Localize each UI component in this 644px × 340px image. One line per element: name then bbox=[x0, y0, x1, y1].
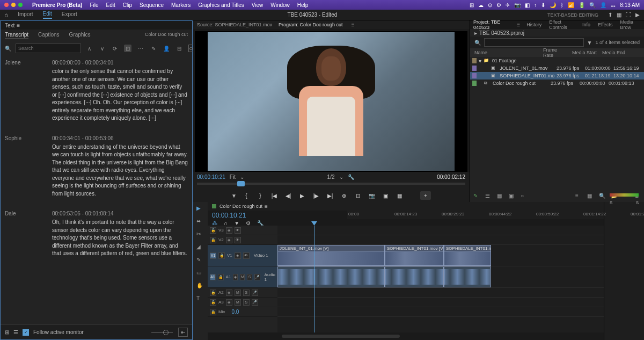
menubar-clock[interactable]: 8:13 AM bbox=[620, 2, 640, 8]
video-clip[interactable]: SOPHIEDALE_INT01.mov [V] bbox=[385, 245, 444, 266]
transcript-text[interactable]: Oh, I think it's important to note that … bbox=[52, 219, 188, 258]
panel-menu-icon[interactable]: ≡ bbox=[265, 204, 268, 209]
project-row[interactable]: ⧉ Color Doc rough cut 23.976 fps 00:00:0… bbox=[470, 79, 644, 87]
selection-tool-icon[interactable]: ▶ bbox=[196, 205, 204, 213]
freeform-view-icon[interactable]: ▣ bbox=[509, 193, 515, 199]
col-mediastart[interactable]: Media Start bbox=[570, 50, 600, 55]
control-center-icon[interactable]: ⚏ bbox=[611, 2, 616, 8]
window-controls[interactable] bbox=[4, 3, 23, 7]
program-scrubber[interactable] bbox=[193, 182, 470, 189]
timeline-ruler[interactable]: 00:00 00:00:14:23 00:00:29:23 00:00:44:2… bbox=[347, 211, 604, 219]
list-icon[interactable]: ☰ bbox=[13, 329, 18, 335]
autoscroll-icon[interactable]: ⇤ bbox=[178, 328, 188, 337]
play-icon[interactable]: ▶ bbox=[298, 191, 306, 200]
type-tool-icon[interactable]: T bbox=[196, 295, 204, 303]
transcript-text[interactable]: Our entire understanding of the universe… bbox=[52, 143, 188, 198]
menu-clip[interactable]: Clip bbox=[121, 2, 134, 8]
filter-icon[interactable]: ⊞ bbox=[5, 329, 9, 335]
comparison-icon[interactable]: ▣ bbox=[382, 191, 390, 200]
wifi-icon[interactable]: 📶 bbox=[568, 2, 574, 8]
ripple-tool-icon[interactable]: ✂ bbox=[196, 231, 204, 238]
audio-clip[interactable] bbox=[385, 266, 444, 287]
pen-tool-icon[interactable]: ▭ bbox=[196, 270, 204, 277]
home-icon[interactable]: ⌂ bbox=[4, 11, 8, 19]
track-header-v3[interactable]: 🔒V3 ◈👁 bbox=[208, 226, 277, 235]
timeline-timecode[interactable]: 00:00:10:21 bbox=[212, 212, 273, 219]
track-header-a2[interactable]: 🔒A2 ◈MS🎤 bbox=[208, 288, 277, 298]
video-frame[interactable] bbox=[195, 31, 467, 172]
menubar-icon[interactable]: ↑ bbox=[534, 2, 537, 8]
step-back-icon[interactable]: ◀| bbox=[284, 191, 292, 200]
add-marker-icon[interactable]: ▼ bbox=[231, 193, 237, 199]
automate-icon[interactable]: ▦ bbox=[587, 193, 594, 199]
audio-clip[interactable] bbox=[444, 266, 491, 287]
battery-icon[interactable]: 🔋 bbox=[579, 2, 585, 8]
search-input[interactable] bbox=[16, 44, 81, 53]
program-tab[interactable]: Program: Color Doc rough cut bbox=[279, 22, 343, 27]
tab-export[interactable]: Export bbox=[62, 11, 77, 18]
merge-icon[interactable]: ⊟ bbox=[175, 45, 183, 52]
bluetooth-icon[interactable]: ᛒ bbox=[560, 2, 564, 8]
project-row[interactable]: ▣ SOPHIEDALE_INT01.mo 23.976 fps 01:21:1… bbox=[470, 72, 644, 79]
panel-menu-icon[interactable]: ≡ bbox=[17, 23, 20, 28]
tab-transcript[interactable]: Transcript bbox=[5, 32, 28, 39]
insert-icon[interactable]: ⊡ bbox=[124, 45, 131, 52]
fit-dropdown[interactable]: Fit bbox=[230, 174, 236, 180]
menu-view[interactable]: View bbox=[250, 2, 266, 8]
track-header-a1[interactable]: A1🔒A1 ◈MS🎤 Audio 1 bbox=[208, 266, 277, 288]
quickexport-icon[interactable]: ▶ bbox=[635, 12, 640, 18]
speaker-icon[interactable]: 👤 bbox=[163, 45, 170, 52]
workspace-name[interactable]: TEXT-BASED EDITING bbox=[547, 12, 598, 18]
pen-icon[interactable]: ✎ bbox=[473, 193, 480, 199]
tab-graphics[interactable]: Graphics bbox=[69, 32, 91, 39]
share-icon[interactable]: ⬆ bbox=[608, 12, 612, 18]
step-fwd-icon[interactable]: |▶ bbox=[312, 191, 320, 200]
settings-icon[interactable]: ▦ bbox=[396, 191, 404, 200]
export-frame-icon[interactable]: 📷 bbox=[368, 191, 376, 200]
program-timecode-in[interactable]: 00:00:10:21 bbox=[197, 174, 225, 180]
menu-file[interactable]: File bbox=[87, 2, 100, 8]
transcript-block[interactable]: Jolene 00:00:00:00 - 00:00:34:01 color i… bbox=[5, 60, 188, 122]
list-view-icon[interactable]: ☰ bbox=[485, 193, 492, 199]
maximize-icon[interactable]: ⛶ bbox=[626, 12, 631, 18]
follow-monitor-checkbox[interactable]: ✓ bbox=[23, 329, 29, 336]
panel-menu-icon[interactable]: ≡ bbox=[352, 22, 355, 28]
menubar-icon[interactable]: ⊞ bbox=[470, 2, 474, 8]
timeline-content[interactable]: JOLENE_INT_01.mov [V] SOPHIEDALE_INT01.m… bbox=[277, 226, 604, 332]
wrench-icon[interactable]: 🔧 bbox=[348, 174, 354, 180]
project-tab-effectcontrols[interactable]: Effect Controls bbox=[548, 19, 576, 30]
icon-view-icon[interactable]: ▦ bbox=[497, 193, 503, 199]
transcript-body[interactable]: Jolene 00:00:00:00 - 00:00:34:01 color i… bbox=[1, 55, 192, 324]
col-name[interactable]: Name bbox=[472, 50, 541, 55]
workspace-icon[interactable]: ▦ bbox=[617, 12, 621, 18]
track-header-v2[interactable]: 🔒V2 ◈👁 bbox=[208, 235, 277, 245]
go-out-icon[interactable]: ▶| bbox=[326, 191, 334, 200]
overwrite-icon[interactable]: ⊡ bbox=[354, 191, 362, 200]
col-mediaend[interactable]: Media End bbox=[600, 50, 630, 55]
menubar-icon[interactable]: ⬇ bbox=[541, 2, 545, 8]
zoom-slider-icon[interactable]: ○ bbox=[521, 193, 527, 199]
project-tab-history[interactable]: History bbox=[525, 22, 543, 27]
col-framerate[interactable]: Frame Rate bbox=[541, 47, 570, 58]
more-icon[interactable]: ⋯ bbox=[137, 45, 144, 52]
track-select-tool-icon[interactable]: ⬌ bbox=[196, 218, 204, 226]
button-editor-icon[interactable]: + bbox=[420, 191, 431, 200]
menubar-icon[interactable]: ⚙ bbox=[496, 2, 501, 8]
project-tab-info[interactable]: Info bbox=[581, 22, 591, 27]
nav-down-icon[interactable]: ∨ bbox=[98, 45, 106, 52]
search-icon[interactable]: 🔍 bbox=[5, 46, 11, 52]
menubar-icon[interactable]: 📷 bbox=[514, 2, 521, 8]
razor-tool-icon[interactable]: ◢ bbox=[196, 244, 204, 251]
project-row[interactable]: ▾📁 01 Footage bbox=[470, 57, 644, 64]
menubar-icon[interactable]: 🌙 bbox=[550, 2, 556, 8]
audio-clip[interactable] bbox=[277, 266, 385, 287]
tab-import[interactable]: Import bbox=[18, 11, 33, 18]
menu-window[interactable]: Window bbox=[268, 2, 292, 8]
timeline-zoom-scrollbar[interactable] bbox=[282, 335, 400, 338]
edit-icon[interactable]: ✎ bbox=[150, 45, 157, 52]
nav-up-icon[interactable]: ∧ bbox=[85, 45, 93, 52]
app-name[interactable]: Premiere Pro (Beta) bbox=[30, 2, 84, 8]
menubar-icon[interactable]: ⊙ bbox=[488, 2, 492, 8]
timeline-sequence-name[interactable]: Color Doc rough cut bbox=[219, 204, 262, 209]
slip-tool-icon[interactable]: ✎ bbox=[196, 257, 204, 264]
